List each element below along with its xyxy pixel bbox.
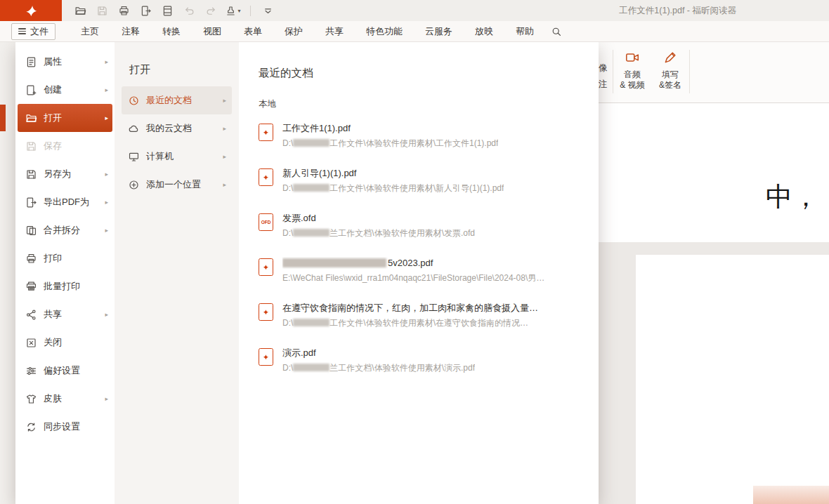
sync-icon — [25, 421, 37, 433]
file-menu-item-combine-split[interactable]: 合并拆分▸ — [18, 216, 112, 244]
open-panel-item-label: 最近的文档 — [146, 94, 192, 107]
titlebar: ▾ 工作文件1(1).pdf - 福昕阅读器 — [0, 0, 829, 21]
file-menu-item-label: 批量打印 — [44, 280, 80, 293]
submenu-arrow-icon: ▸ — [105, 58, 108, 65]
document-page-1: 中， — [599, 103, 829, 242]
recent-file-meta: 演示.pdfD:\兰工作文档\体验软件使用素材\演示.pdf — [282, 347, 475, 385]
ribbon-button-fill-sign[interactable]: 填写&签名 — [651, 42, 689, 102]
file-path-prefix: D:\ — [282, 138, 293, 148]
open-panel-column: 打开 最近的文档▸我的云文档▸计算机▸添加一个位置▸ — [115, 42, 239, 504]
submenu-arrow-icon: ▸ — [105, 199, 108, 206]
menu-tab-8[interactable]: 云服务 — [414, 21, 464, 41]
stamp-tool-button[interactable]: ▾ — [223, 2, 242, 19]
recent-file-row[interactable]: 5v2023.pdfE:\WeChat Files\wxid_rra1m04nq… — [259, 251, 582, 296]
export-doc-icon — [140, 5, 152, 17]
toolbar-expand-icon — [262, 5, 274, 17]
foxit-logo[interactable] — [0, 0, 62, 21]
ribbon-clipped-label-top: 像 — [599, 60, 613, 77]
batch-print-icon — [25, 281, 37, 293]
menu-tab-3[interactable]: 视图 — [192, 21, 233, 41]
menubar: 文件 主页注释转换视图表单保护共享特色功能云服务放映帮助 — [0, 21, 829, 42]
ribbon-button-label-line2: & 视频 — [613, 80, 651, 91]
submenu-arrow-icon: ▸ — [105, 86, 108, 93]
export-doc-button[interactable] — [136, 2, 155, 19]
pdf-file-icon — [259, 348, 273, 366]
file-menu-item-share[interactable]: 共享▸ — [18, 300, 112, 329]
file-path: D:\兰工作文档\体验软件使用素材\演示.pdf — [282, 362, 475, 374]
ribbon-button-label-line1: 音频 — [613, 69, 651, 80]
open-panel-item-add-place[interactable]: 添加一个位置▸ — [122, 171, 232, 199]
menu-tab-2[interactable]: 转换 — [151, 21, 192, 41]
submenu-arrow-icon: ▸ — [223, 97, 226, 104]
menu-tab-4[interactable]: 表单 — [233, 21, 273, 41]
recent-files-list: 工作文件1(1).pdfD:\工作文件\体验软件使用素材\工作文件1(1).pd… — [259, 116, 582, 385]
open-panel-item-computer[interactable]: 计算机▸ — [122, 142, 232, 171]
export-pdf-icon — [25, 197, 37, 208]
stamp-tool-icon — [225, 5, 237, 17]
recent-file-row[interactable]: 在遵守饮食指南的情况下，红肉，加工肉和家禽的膳食摄入量…D:\工作文件\体验软件… — [259, 296, 582, 340]
recent-file-row[interactable]: OFD发票.ofdD:\兰工作文档\体验软件使用素材\发票.ofd — [259, 206, 582, 251]
file-menu-item-create[interactable]: 创建▸ — [18, 76, 112, 104]
document-text: 中， — [766, 179, 819, 215]
file-menu-item-print[interactable]: 打印 — [18, 244, 112, 272]
computer-icon — [128, 151, 140, 163]
background-accent — [0, 105, 6, 131]
save-icon — [25, 140, 37, 152]
recent-file-meta: 在遵守饮食指南的情况下，红肉，加工肉和家禽的膳食摄入量…D:\工作文件\体验软件… — [282, 302, 538, 340]
menu-tab-7[interactable]: 特色功能 — [355, 21, 414, 41]
pdf-file-icon — [259, 258, 273, 276]
file-menu-item-open[interactable]: 打开▸ — [18, 104, 112, 132]
scan-doc-button[interactable] — [158, 2, 177, 19]
document-image-fragment — [753, 486, 829, 504]
open-panel-item-label: 计算机 — [146, 150, 174, 163]
file-menu-item-save[interactable]: 保存 — [18, 132, 112, 160]
print-button[interactable] — [115, 2, 133, 19]
open-panel-item-recent[interactable]: 最近的文档▸ — [122, 86, 232, 114]
menu-tab-5[interactable]: 保护 — [273, 21, 314, 41]
file-menu-item-batch-print[interactable]: 批量打印 — [18, 272, 112, 300]
toolbar-expand-button[interactable] — [259, 2, 278, 19]
menu-tab-6[interactable]: 共享 — [314, 21, 355, 41]
open-panel-item-cloud-docs[interactable]: 我的云文档▸ — [122, 114, 232, 142]
sign-pen-icon — [662, 50, 678, 65]
open-icon — [25, 112, 37, 124]
recent-file-row[interactable]: 演示.pdfD:\兰工作文档\体验软件使用素材\演示.pdf — [259, 340, 582, 385]
menu-tab-1[interactable]: 注释 — [110, 21, 151, 41]
open-panel-items: 最近的文档▸我的云文档▸计算机▸添加一个位置▸ — [115, 86, 239, 199]
recent-file-meta: 工作文件1(1).pdfD:\工作文件\体验软件使用素材\工作文件1(1).pd… — [282, 122, 498, 161]
file-menu-item-label: 皮肤 — [44, 392, 62, 405]
ribbon-buttons: 音频& 视频填写&签名 — [613, 42, 689, 102]
file-title-text: 演示.pdf — [282, 347, 316, 358]
file-menu-item-preferences[interactable]: 偏好设置 — [18, 357, 112, 385]
file-menu-item-close[interactable]: 关闭 — [18, 329, 112, 357]
file-path-prefix: D:\ — [282, 228, 293, 238]
ribbon-button-label-line1: 填写 — [651, 69, 689, 80]
ribbon-button-label-line2: &签名 — [651, 80, 689, 91]
pdf-file-icon — [259, 303, 273, 321]
file-path: D:\兰工作文档\体验软件使用素材\发票.ofd — [282, 227, 475, 239]
menu-tab-9[interactable]: 放映 — [464, 21, 504, 41]
file-menu-item-skin[interactable]: 皮肤▸ — [18, 385, 112, 413]
recent-file-meta: 5v2023.pdfE:\WeChat Files\wxid_rra1m04nq… — [282, 257, 544, 296]
undo-icon — [183, 5, 195, 17]
video-camera-icon — [625, 50, 640, 65]
ribbon-button-audio-video[interactable]: 音频& 视频 — [613, 42, 651, 102]
redacted-text — [293, 229, 329, 237]
search-icon[interactable] — [551, 26, 562, 37]
file-menu-button[interactable]: 文件 — [11, 23, 56, 40]
open-folder-button[interactable] — [71, 2, 90, 19]
file-menu-item-sync[interactable]: 同步设置 — [18, 413, 112, 441]
file-path: D:\工作文件\体验软件使用素材\在遵守饮食指南的情况… — [282, 317, 538, 329]
properties-icon — [25, 56, 37, 68]
recent-file-row[interactable]: 工作文件1(1).pdfD:\工作文件\体验软件使用素材\工作文件1(1).pd… — [259, 116, 582, 161]
file-path-suffix: 兰工作文档\体验软件使用素材\发票.ofd — [329, 228, 475, 238]
menu-tab-0[interactable]: 主页 — [70, 21, 110, 41]
file-menu-item-properties[interactable]: 属性▸ — [18, 48, 112, 76]
file-menu-item-save-as[interactable]: 另存为▸ — [18, 160, 112, 188]
cloud-icon — [128, 123, 140, 135]
file-menu-item-export-pdf[interactable]: 导出PDF为▸ — [18, 188, 112, 216]
recent-file-row[interactable]: 新人引导(1)(1).pdfD:\工作文件\体验软件使用素材\新人引导(1)(1… — [259, 161, 582, 206]
submenu-arrow-icon: ▸ — [105, 114, 108, 121]
file-title: 工作文件1(1).pdf — [282, 122, 498, 134]
menu-tab-10[interactable]: 帮助 — [504, 21, 545, 41]
